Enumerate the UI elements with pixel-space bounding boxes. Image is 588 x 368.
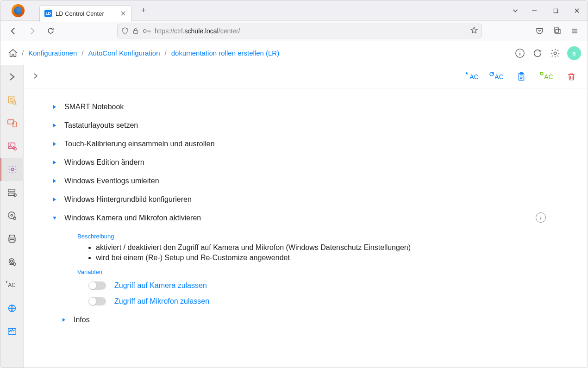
sidebar-item-reports[interactable] [0, 88, 24, 112]
tree-item-windows-kamera-mikrofon[interactable]: Windows Kamera und Mikrofon aktivieren [51, 209, 560, 227]
sidebar-item-disc[interactable] [0, 204, 24, 227]
breadcrumb-separator: / [22, 49, 24, 57]
svg-point-21 [9, 259, 14, 264]
tree-item-label: Tastaturlayouts setzen [64, 121, 138, 130]
tab-favicon-icon: LD [44, 10, 52, 17]
svg-rect-1 [134, 31, 138, 33]
tab-title: LD Control Center [56, 10, 114, 17]
expand-panel-icon[interactable] [32, 72, 39, 81]
tree-item-infos[interactable]: Infos [61, 311, 560, 329]
variable-label-mikrofon[interactable]: Zugriff auf Mikrofon zulassen [114, 297, 209, 306]
breadcrumb-separator: / [165, 49, 167, 57]
tab-list-dropdown-icon[interactable] [507, 0, 524, 21]
caret-right-icon [51, 122, 58, 129]
tree-scroll-area[interactable]: SMART Notebook Tastaturlayouts setzen To… [24, 88, 588, 368]
toolbar-ac-green-icon[interactable]: AC [538, 69, 554, 85]
sidebar-item-ac[interactable]: ✦AC [0, 274, 24, 297]
breadcrumb-konfigurationen[interactable]: Konfigurationen [28, 49, 77, 57]
description-list: aktiviert / deaktiviert den Zugriff auf … [96, 243, 560, 262]
sidebar-item-globe-gear[interactable] [0, 297, 24, 320]
toolbar-delete-icon[interactable] [563, 69, 579, 85]
tree-item-label: Windows Edition ändern [64, 158, 144, 167]
sidebar-item-activity[interactable] [0, 320, 24, 343]
sidebar: ✦AC [0, 65, 24, 368]
tree-item-label: Infos [74, 316, 90, 324]
svg-rect-3 [554, 28, 559, 32]
svg-rect-11 [8, 143, 15, 149]
key-icon[interactable] [143, 28, 151, 34]
forward-button [25, 24, 39, 38]
tree-item-label: Touch-Kalibrierung einsammeln und ausrol… [64, 140, 215, 148]
caret-right-icon [51, 104, 58, 110]
variable-row-mikrofon: Zugriff auf Mikrofon zulassen [88, 295, 560, 308]
settings-gear-icon[interactable] [550, 48, 561, 59]
tree-item-touch-kalibrierung[interactable]: Touch-Kalibrierung einsammeln und ausrol… [51, 135, 560, 153]
reload-button[interactable] [43, 24, 58, 38]
close-tab-icon[interactable] [119, 10, 127, 17]
lock-icon[interactable] [132, 28, 139, 34]
back-button[interactable] [6, 24, 21, 38]
svg-rect-10 [13, 122, 16, 127]
svg-point-19 [11, 214, 13, 216]
home-icon[interactable] [8, 48, 18, 58]
shield-icon[interactable] [121, 27, 129, 35]
window-close-button[interactable] [566, 0, 588, 21]
toolbar-ac-magic-icon[interactable]: AC [463, 69, 479, 85]
section-variablen-label: Variablen [77, 268, 560, 275]
svg-rect-15 [8, 189, 15, 192]
sidebar-item-images[interactable] [0, 135, 24, 158]
sidebar-item-settings[interactable] [0, 158, 24, 181]
sidebar-item-print[interactable] [0, 227, 24, 250]
toolbar-clipboard-icon[interactable] [513, 69, 529, 85]
svg-point-23 [13, 263, 16, 266]
breadcrumb-separator: / [81, 49, 83, 57]
description-item: aktiviert / deaktiviert den Zugriff auf … [96, 243, 560, 252]
tree-item-windows-hintergrundbild[interactable]: Windows Hintergrundbild konfigurieren [51, 190, 560, 209]
window-maximize-button[interactable] [545, 0, 566, 21]
avatar[interactable]: s [567, 46, 581, 60]
caret-right-icon [51, 178, 58, 184]
tree-item-windows-edition[interactable]: Windows Edition ändern [51, 153, 560, 172]
toggle-kamera[interactable] [88, 281, 106, 290]
breadcrumb: / Konfigurationen / AutoConf Konfigurati… [22, 49, 279, 57]
sidebar-item-camera[interactable] [0, 250, 24, 274]
info-icon[interactable]: i [536, 212, 546, 223]
bookmark-star-icon[interactable] [470, 26, 478, 35]
sidebar-item-storage[interactable] [0, 181, 24, 204]
toggle-mikrofon[interactable] [88, 297, 106, 306]
new-tab-button[interactable]: + [137, 4, 150, 18]
svg-point-22 [10, 260, 13, 262]
window-minimize-button[interactable] [524, 0, 545, 21]
section-beschreibung-label: Beschreibung [77, 233, 560, 240]
breadcrumb-autoconf[interactable]: AutoConf Konfiguration [88, 49, 160, 57]
info-icon[interactable] [514, 48, 525, 59]
refresh-icon[interactable] [532, 48, 543, 59]
variable-label-kamera[interactable]: Zugriff auf Kamera zulassen [114, 281, 207, 290]
variable-row-kamera: Zugriff auf Kamera zulassen [88, 279, 560, 292]
tree-item-label: Windows Kamera und Mikrofon aktivieren [64, 214, 201, 222]
sidebar-expand-icon[interactable] [0, 65, 24, 88]
caret-right-icon [51, 141, 58, 147]
breadcrumb-current[interactable]: dokumentation rollen erstellen (LR) [171, 49, 279, 57]
caret-right-icon [61, 317, 67, 323]
svg-point-14 [11, 168, 14, 171]
browser-tab[interactable]: LD LD Control Center [39, 5, 132, 22]
tree-item-label: Windows Hintergrundbild konfigurieren [64, 195, 192, 204]
caret-down-icon [51, 215, 58, 221]
app-menu-icon[interactable] [567, 24, 582, 38]
browser-toolbar: https://ctrl.schule.local/center/ [0, 21, 588, 41]
svg-point-6 [554, 52, 557, 55]
description-item: wird bei einem (Re-) Setup und Re-Custom… [96, 254, 560, 262]
svg-rect-4 [556, 29, 560, 34]
sidebar-item-devices[interactable] [0, 112, 24, 135]
toolbar-ac-refresh-icon[interactable]: AC [488, 69, 504, 85]
app-header: / Konfigurationen / AutoConf Konfigurati… [0, 41, 588, 65]
account-icon[interactable] [550, 24, 564, 38]
tree-item-smart-notebook[interactable]: SMART Notebook [51, 98, 560, 116]
svg-point-28 [540, 72, 543, 75]
tree-item-tastaturlayouts[interactable]: Tastaturlayouts setzen [51, 116, 560, 135]
tree-item-windows-eventlogs[interactable]: Windows Eventlogs umleiten [51, 172, 560, 190]
caret-right-icon [51, 196, 58, 203]
url-bar[interactable]: https://ctrl.schule.local/center/ [117, 24, 482, 38]
pocket-icon[interactable] [532, 24, 547, 38]
